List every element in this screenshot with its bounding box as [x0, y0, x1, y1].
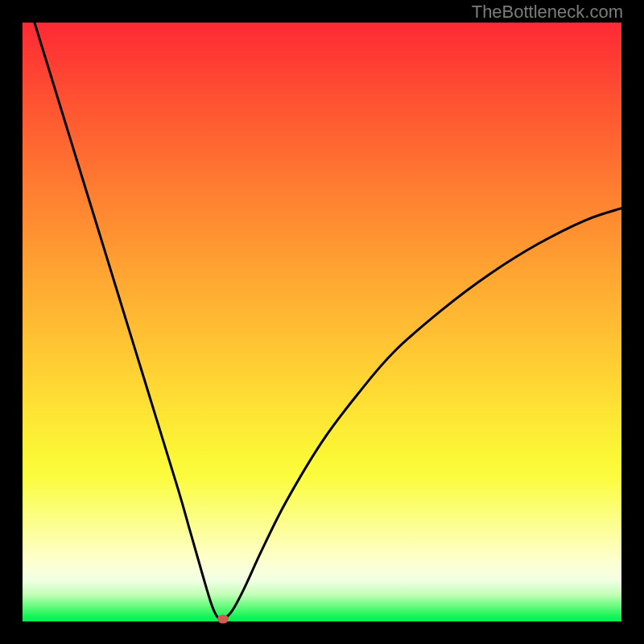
- bottleneck-curve-path: [35, 23, 621, 620]
- watermark-text: TheBottleneck.com: [472, 2, 623, 23]
- chart-frame: TheBottleneck.com: [0, 0, 644, 644]
- plot-area: [23, 23, 621, 621]
- minimum-marker: [217, 615, 229, 624]
- curve-svg: [23, 23, 621, 621]
